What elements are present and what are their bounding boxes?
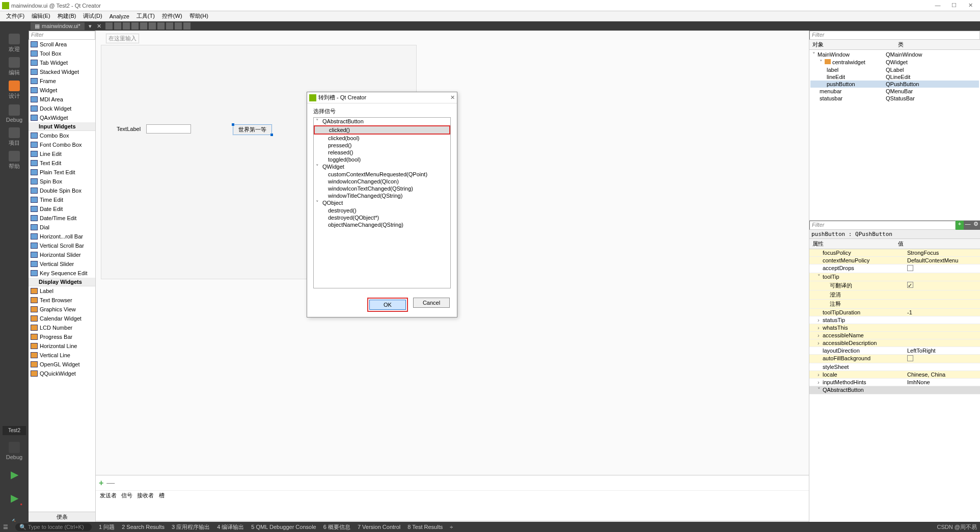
property-row[interactable]: 可翻译的✓ bbox=[809, 281, 980, 290]
mode-edit[interactable]: 编辑 bbox=[3, 57, 25, 76]
property-row[interactable]: ›statusTip bbox=[809, 316, 980, 324]
signal-item[interactable]: windowTitleChanged(QString) bbox=[314, 192, 450, 199]
canvas-label[interactable]: TextLabel bbox=[117, 126, 141, 132]
status-vcs[interactable]: 7 Version Control bbox=[358, 524, 400, 530]
widget-item[interactable]: Double Spin Box bbox=[29, 186, 95, 195]
cancel-button[interactable]: Cancel bbox=[413, 298, 450, 308]
widget-item[interactable]: Widget bbox=[29, 86, 95, 95]
widget-item[interactable]: Date Edit bbox=[29, 204, 95, 214]
property-row[interactable]: ›localeChinese, China bbox=[809, 371, 980, 379]
status-general[interactable]: 6 概要信息 bbox=[323, 523, 350, 531]
property-menu-button[interactable]: ⚙ bbox=[972, 221, 980, 230]
widget-item[interactable]: MDI Area bbox=[29, 95, 95, 104]
mode-projects[interactable]: 项目 bbox=[3, 127, 25, 147]
signal-tree[interactable]: ˅ QAbstractButtonclicked()clicked(bool)p… bbox=[313, 117, 451, 288]
edit-widgets-icon[interactable] bbox=[105, 22, 113, 30]
canvas-pushbutton[interactable]: 世界第一等 bbox=[233, 124, 272, 135]
category-display-widgets[interactable]: Display Widgets bbox=[29, 278, 95, 286]
widget-item[interactable]: Line Edit bbox=[29, 149, 95, 158]
file-tab[interactable]: ▦ mainwindow.ui* bbox=[31, 22, 85, 30]
widget-item[interactable]: Text Browser bbox=[29, 296, 95, 305]
debug-run-button[interactable]: ▶● bbox=[3, 488, 25, 508]
signal-group[interactable]: ˅ QWidget bbox=[314, 163, 450, 171]
signal-item[interactable]: toggled(bool) bbox=[314, 156, 450, 163]
widget-item[interactable]: Text Edit bbox=[29, 158, 95, 168]
ok-button[interactable]: OK bbox=[369, 300, 406, 310]
object-filter[interactable]: Filter bbox=[809, 31, 980, 40]
signal-item[interactable]: destroyed() bbox=[314, 207, 450, 214]
widget-item[interactable]: Horizontal Slider bbox=[29, 250, 95, 259]
property-row[interactable]: layoutDirectionLeftToRight bbox=[809, 347, 980, 355]
widget-item[interactable]: Combo Box bbox=[29, 131, 95, 140]
widget-item[interactable]: LCD Number bbox=[29, 323, 95, 332]
category-input-widgets[interactable]: Input Widgets bbox=[29, 122, 95, 131]
property-row[interactable]: contextMenuPolicyDefaultContextMenu bbox=[809, 257, 980, 264]
menu-widgets[interactable]: 控件(W) bbox=[159, 11, 185, 21]
property-filter[interactable]: Filter bbox=[809, 221, 956, 230]
widget-item[interactable]: Progress Bar bbox=[29, 332, 95, 341]
kit-selector[interactable]: Test2 bbox=[3, 426, 26, 435]
widget-item[interactable]: Frame bbox=[29, 76, 95, 86]
property-row[interactable]: ˅toolTip bbox=[809, 273, 980, 281]
widget-item[interactable]: QQuickWidget bbox=[29, 369, 95, 378]
remove-connection-button[interactable]: — bbox=[106, 478, 115, 488]
signal-item[interactable]: destroyed(QObject*) bbox=[314, 214, 450, 221]
menu-edit[interactable]: 编辑(E) bbox=[29, 11, 53, 21]
widget-item[interactable]: Date/Time Edit bbox=[29, 214, 95, 223]
status-close-icon[interactable]: ÷ bbox=[450, 524, 453, 530]
widget-item[interactable]: Vertical Line bbox=[29, 351, 95, 360]
status-qmldebug[interactable]: 5 QML Debugger Console bbox=[251, 524, 316, 530]
signal-item[interactable]: customContextMenuRequested(QPoint) bbox=[314, 171, 450, 178]
widget-item[interactable]: Spin Box bbox=[29, 177, 95, 186]
menu-help[interactable]: 帮助(H) bbox=[186, 11, 211, 21]
widget-scratchpad[interactable]: 便条 bbox=[29, 512, 95, 522]
property-row[interactable]: toolTipDuration-1 bbox=[809, 309, 980, 316]
mode-help[interactable]: 帮助 bbox=[3, 151, 25, 170]
property-row[interactable]: ›whatsThis bbox=[809, 324, 980, 332]
property-row[interactable]: autoFillBackground bbox=[809, 355, 980, 363]
locator-input[interactable]: 🔍 Type to locate (Ctrl+K) bbox=[15, 523, 92, 531]
widget-item[interactable]: Horizontal Line bbox=[29, 341, 95, 351]
layout-grid-icon[interactable] bbox=[157, 22, 165, 30]
menu-analyze[interactable]: Analyze bbox=[106, 12, 132, 20]
edit-signals-icon[interactable] bbox=[114, 22, 121, 30]
widget-item[interactable]: Plain Text Edit bbox=[29, 168, 95, 177]
col-object[interactable]: 对象 bbox=[809, 40, 895, 49]
widget-item[interactable]: Vertical Slider bbox=[29, 259, 95, 269]
property-row[interactable]: focusPolicyStrongFocus bbox=[809, 249, 980, 257]
break-layout-icon[interactable] bbox=[175, 22, 182, 30]
minimize-button[interactable]: — bbox=[934, 2, 941, 9]
dialog-close-button[interactable]: ✕ bbox=[450, 94, 455, 101]
widget-item[interactable]: Key Sequence Edit bbox=[29, 269, 95, 278]
property-row[interactable]: ›accessibleDescription bbox=[809, 339, 980, 347]
menu-tools[interactable]: 工具(T) bbox=[133, 11, 158, 21]
remove-property-button[interactable]: — bbox=[964, 221, 972, 230]
tree-row[interactable]: menubarQMenuBar bbox=[810, 88, 979, 95]
signal-item[interactable]: windowIconChanged(QIcon) bbox=[314, 178, 450, 185]
tree-row[interactable]: ˅centralwidgetQWidget bbox=[810, 59, 979, 66]
signal-group[interactable]: ˅ QObject bbox=[314, 199, 450, 207]
widget-item[interactable]: Graphics View bbox=[29, 305, 95, 314]
layout-form-icon[interactable] bbox=[166, 22, 173, 30]
maximize-button[interactable]: ☐ bbox=[950, 2, 958, 9]
property-row[interactable]: 注释 bbox=[809, 300, 980, 309]
col-property[interactable]: 属性 bbox=[809, 239, 895, 249]
layout-h-icon[interactable] bbox=[140, 22, 147, 30]
status-appoutput[interactable]: 3 应用程序输出 bbox=[172, 523, 210, 531]
signal-item[interactable]: released() bbox=[314, 149, 450, 156]
widget-filter[interactable]: Filter bbox=[29, 31, 95, 40]
checkbox[interactable] bbox=[907, 355, 913, 361]
property-row[interactable]: 澄清 bbox=[809, 290, 980, 300]
widget-item[interactable]: OpenGL Widget bbox=[29, 360, 95, 369]
col-class[interactable]: 类 bbox=[895, 40, 981, 49]
property-row[interactable]: ˅QAbstractButton bbox=[809, 386, 980, 394]
widget-item[interactable]: Label bbox=[29, 286, 95, 296]
target-icon[interactable]: Debug bbox=[3, 441, 25, 461]
tree-row[interactable]: labelQLabel bbox=[810, 66, 979, 73]
menu-file[interactable]: 文件(F) bbox=[3, 11, 28, 21]
tree-row[interactable]: statusbarQStatusBar bbox=[810, 95, 979, 102]
widget-item[interactable]: QAxWidget bbox=[29, 113, 95, 122]
property-row[interactable]: styleSheet bbox=[809, 363, 980, 371]
widget-item[interactable]: Stacked Widget bbox=[29, 67, 95, 76]
status-issues[interactable]: 1 问题 bbox=[99, 523, 115, 531]
